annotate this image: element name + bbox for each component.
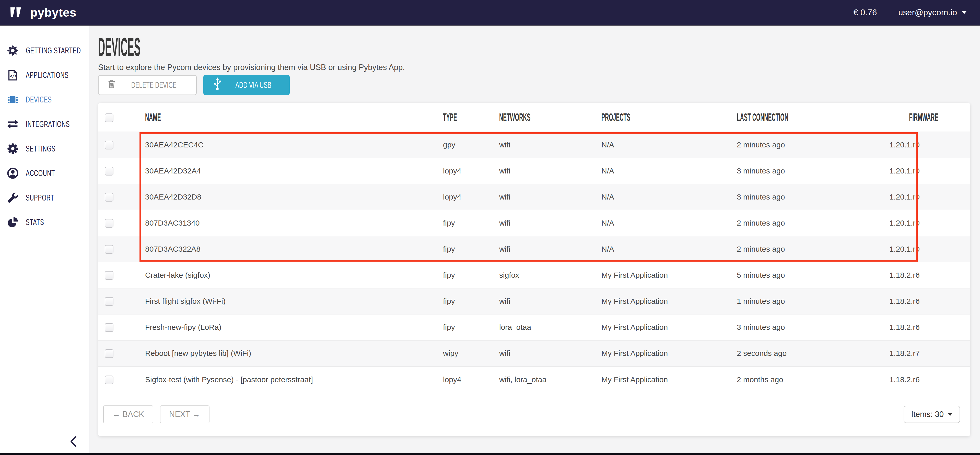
row-checkbox[interactable] (105, 349, 113, 358)
device-table-body: 30AEA42CEC4CgpywifiN/A2 minutes ago1.20.… (98, 132, 970, 392)
add-via-usb-label: ADD VIA USB (235, 80, 272, 90)
sidebar-item-account[interactable]: ACCOUNT (0, 161, 89, 186)
row-checkbox[interactable] (105, 297, 113, 306)
device-last-connection-cell: 1 minutes ago (737, 288, 880, 314)
device-networks-cell: wifi, lora_otaa (499, 366, 601, 392)
page-title: DEVICES (98, 32, 140, 62)
user-email: user@pycom.io (898, 8, 957, 18)
pagination: ← BACK NEXT → Items: 30 (98, 392, 970, 436)
sidebar-item-devices[interactable]: DEVICES (0, 88, 89, 112)
device-name-cell[interactable]: Fresh-new-fipy (LoRa) (139, 314, 443, 340)
device-projects-cell: My First Application (601, 288, 737, 314)
sidebar: GETTING STARTED</>APPLICATIONSDEVICESINT… (0, 25, 89, 453)
arrows-icon (7, 118, 19, 130)
table-row: 807D3AC31340fipywifiN/A2 minutes ago1.20… (98, 210, 970, 236)
device-firmware-cell: 1.20.1.r0 (880, 132, 970, 158)
main-content: DEVICES Start to explore the Pycom devic… (90, 25, 980, 453)
table-row: 30AEA42D32D8lopy4wifiN/A3 minutes ago1.2… (98, 184, 970, 210)
device-type-cell: lopy4 (443, 366, 499, 392)
gear-icon (7, 143, 19, 154)
sidebar-item-settings[interactable]: SETTINGS (0, 137, 89, 161)
device-last-connection-cell: 2 minutes ago (737, 132, 880, 158)
row-checkbox[interactable] (105, 323, 113, 332)
device-name-cell[interactable]: 807D3AC322A8 (139, 236, 443, 262)
device-type-cell: wipy (443, 340, 499, 366)
device-networks-cell: wifi (499, 184, 601, 210)
device-projects-cell: N/A (601, 210, 737, 236)
table-row: 30AEA42D32A4lopy4wifiN/A3 minutes ago1.2… (98, 158, 970, 184)
sidebar-item-label: ACCOUNT (26, 169, 55, 178)
add-via-usb-button[interactable]: ADD VIA USB (204, 75, 290, 95)
sidebar-item-integrations[interactable]: INTEGRATIONS (0, 112, 89, 137)
device-name-cell[interactable]: 30AEA42D32A4 (139, 158, 443, 184)
device-networks-cell: wifi (499, 340, 601, 366)
sidebar-item-label: DEVICES (26, 95, 52, 105)
header-firmware: FIRMWARE (909, 111, 938, 123)
table-row: 807D3AC322A8fipywifiN/A2 minutes ago1.20… (98, 236, 970, 262)
next-button[interactable]: NEXT → (160, 406, 210, 423)
device-name-cell[interactable]: Reboot [new pybytes lib] (WiFi) (139, 340, 443, 366)
items-per-page-label: Items: 30 (911, 410, 944, 419)
row-checkbox[interactable] (105, 193, 113, 202)
chip-icon (7, 94, 19, 105)
svg-text:</>: </> (10, 73, 17, 78)
sun-icon (7, 45, 19, 56)
header-projects: PROJECTS (601, 111, 630, 123)
device-type-cell: fipy (443, 314, 499, 340)
device-firmware-cell: 1.20.1.r0 (880, 184, 970, 210)
device-projects-cell: N/A (601, 236, 737, 262)
code-file-icon: </> (7, 69, 19, 81)
device-firmware-cell: 1.20.1.r0 (880, 158, 970, 184)
device-name-cell[interactable]: 30AEA42D32D8 (139, 184, 443, 210)
items-per-page-dropdown[interactable]: Items: 30 (904, 406, 960, 423)
logo-text: pybytes (30, 5, 76, 19)
device-name-cell[interactable]: Crater-lake (sigfox) (139, 262, 443, 288)
device-name-cell[interactable]: First flight sigfox (Wi-Fi) (139, 288, 443, 314)
row-checkbox[interactable] (105, 245, 113, 254)
device-last-connection-cell: 3 minutes ago (737, 314, 880, 340)
sidebar-collapse-button[interactable] (70, 436, 77, 447)
device-networks-cell: wifi (499, 132, 601, 158)
device-projects-cell: N/A (601, 132, 737, 158)
select-all-checkbox[interactable] (105, 113, 113, 122)
row-checkbox[interactable] (105, 375, 113, 384)
row-checkbox[interactable] (105, 219, 113, 228)
table-header-row: NAME TYPE NETWORKS PROJECTS LAST CONNECT… (98, 103, 970, 132)
sidebar-item-label: SETTINGS (26, 144, 56, 154)
device-name-cell[interactable]: 807D3AC31340 (139, 210, 443, 236)
device-firmware-cell: 1.18.2.r7 (880, 340, 970, 366)
device-name-cell[interactable]: 30AEA42CEC4C (139, 132, 443, 158)
user-menu[interactable]: user@pycom.io (898, 8, 967, 18)
chevron-down-icon (962, 11, 967, 14)
sidebar-item-support[interactable]: SUPPORT (0, 186, 89, 210)
row-checkbox[interactable] (105, 271, 113, 280)
pycom-logo-icon (10, 7, 25, 18)
sidebar-item-getting-started[interactable]: GETTING STARTED (0, 38, 89, 63)
device-firmware-cell: 1.18.2.r6 (880, 314, 970, 340)
trash-icon (108, 80, 116, 91)
wrench-icon (7, 192, 19, 204)
delete-device-button[interactable]: DELETE DEVICE (98, 75, 197, 95)
row-checkbox[interactable] (105, 141, 113, 150)
sidebar-item-applications[interactable]: </>APPLICATIONS (0, 63, 89, 88)
chevron-down-icon (948, 413, 952, 416)
sidebar-item-label: STATS (26, 217, 44, 227)
device-type-cell: fipy (443, 288, 499, 314)
table-row: Sigfox-test (with Pysense) - [pastoor pe… (98, 366, 970, 392)
device-firmware-cell: 1.20.1.r0 (880, 210, 970, 236)
device-projects-cell: My First Application (601, 314, 737, 340)
row-checkbox[interactable] (105, 167, 113, 175)
device-networks-cell: wifi (499, 158, 601, 184)
device-firmware-cell: 1.18.2.r6 (880, 262, 970, 288)
device-name-cell[interactable]: Sigfox-test (with Pysense) - [pastoor pe… (139, 366, 443, 392)
device-last-connection-cell: 3 minutes ago (737, 184, 880, 210)
device-type-cell: gpy (443, 132, 499, 158)
device-projects-cell: My First Application (601, 340, 737, 366)
back-button[interactable]: ← BACK (103, 406, 153, 423)
sidebar-menu: GETTING STARTED</>APPLICATIONSDEVICESINT… (0, 25, 89, 234)
device-last-connection-cell: 2 minutes ago (737, 236, 880, 262)
sidebar-item-stats[interactable]: STATS (0, 210, 89, 234)
sidebar-item-label: SUPPORT (26, 193, 54, 203)
header-networks: NETWORKS (499, 111, 531, 123)
device-type-cell: lopy4 (443, 158, 499, 184)
